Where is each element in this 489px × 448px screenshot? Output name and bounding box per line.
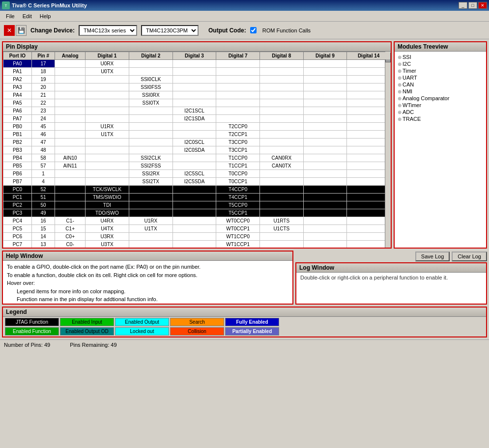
table-cell[interactable]: T0CCP1 — [216, 178, 260, 186]
table-cell[interactable] — [347, 201, 391, 209]
tree-item[interactable]: ⊕TRACE — [397, 115, 484, 122]
table-cell[interactable]: 49 — [31, 209, 55, 217]
table-cell[interactable]: PB0 — [3, 123, 32, 131]
table-cell[interactable] — [303, 217, 347, 225]
table-row[interactable]: PC151TMS/SWDIOT4CCP1 — [3, 194, 391, 201]
table-cell[interactable] — [303, 201, 347, 209]
table-cell[interactable] — [259, 241, 303, 248]
table-cell[interactable] — [85, 115, 129, 123]
table-cell[interactable]: 23 — [31, 107, 55, 115]
table-cell[interactable] — [259, 76, 303, 84]
table-row[interactable]: PC614C0+U3RXWT1CCP0 — [3, 233, 391, 241]
table-cell[interactable]: C0- — [55, 241, 85, 248]
toolbar-save-icon[interactable]: 💾 — [16, 25, 27, 36]
table-cell[interactable] — [259, 178, 303, 186]
table-cell[interactable] — [303, 68, 347, 76]
table-cell[interactable]: 58 — [31, 154, 55, 162]
table-cell[interactable]: T2CCP0 — [216, 123, 260, 131]
table-cell[interactable] — [129, 233, 173, 241]
table-cell[interactable] — [55, 139, 85, 146]
table-cell[interactable] — [55, 76, 85, 84]
table-cell[interactable] — [55, 146, 85, 154]
table-cell[interactable]: PB3 — [3, 146, 32, 154]
table-cell[interactable]: SSI2RX — [129, 170, 173, 178]
table-cell[interactable] — [216, 99, 260, 107]
table-cell[interactable] — [347, 186, 391, 194]
table-cell[interactable] — [129, 186, 173, 194]
rom-checkbox[interactable] — [250, 27, 257, 33]
table-cell[interactable]: 46 — [31, 131, 55, 139]
table-cell[interactable] — [259, 107, 303, 115]
table-row[interactable]: PA017U0RX — [3, 60, 391, 68]
table-cell[interactable]: PC4 — [3, 217, 32, 225]
table-row[interactable]: PB557AIN11SSI2FSST1CCP1CAN0TX — [3, 162, 391, 170]
table-cell[interactable]: 1 — [31, 170, 55, 178]
table-cell[interactable]: PB4 — [3, 154, 32, 162]
table-cell[interactable] — [173, 84, 216, 91]
table-cell[interactable] — [85, 76, 129, 84]
table-cell[interactable] — [129, 201, 173, 209]
table-cell[interactable]: U4RX — [85, 217, 129, 225]
table-cell[interactable]: I2C5SCL — [173, 170, 216, 178]
table-cell[interactable] — [259, 60, 303, 68]
table-cell[interactable]: T1CCP0 — [216, 154, 260, 162]
table-row[interactable]: PC250TDIT5CCP0 — [3, 201, 391, 209]
table-cell[interactable] — [347, 162, 391, 170]
table-cell[interactable]: SSI2FSS — [129, 162, 173, 170]
table-cell[interactable] — [55, 201, 85, 209]
tree-item[interactable]: ⊕ADC — [397, 109, 484, 115]
title-bar-controls[interactable]: _ □ ✕ — [459, 2, 487, 9]
table-cell[interactable]: 20 — [31, 84, 55, 91]
table-cell[interactable] — [259, 186, 303, 194]
table-cell[interactable]: 21 — [31, 91, 55, 99]
table-cell[interactable] — [55, 107, 85, 115]
table-cell[interactable]: PB2 — [3, 139, 32, 146]
table-cell[interactable]: AIN10 — [55, 154, 85, 162]
pin-table-container[interactable]: Port IO Pin # Analog Digital 1 Digital 2… — [3, 52, 391, 248]
table-cell[interactable] — [173, 91, 216, 99]
table-cell[interactable] — [173, 131, 216, 139]
table-row[interactable]: PA522SSI0TX — [3, 99, 391, 107]
table-row[interactable]: PA724I2C1SDA — [3, 115, 391, 123]
table-cell[interactable]: U1RX — [85, 123, 129, 131]
table-cell[interactable] — [85, 154, 129, 162]
table-cell[interactable] — [55, 115, 85, 123]
table-row[interactable]: PC349TDO/SWOT5CCP1 — [3, 209, 391, 217]
table-cell[interactable]: T5CCP1 — [216, 209, 260, 217]
table-cell[interactable]: PB7 — [3, 178, 32, 186]
table-row[interactable]: PB146U1TXT2CCP1 — [3, 131, 391, 139]
table-cell[interactable]: T5CCP0 — [216, 201, 260, 209]
table-row[interactable]: PA623I2C1SCL — [3, 107, 391, 115]
tree-item[interactable]: ⊕UART — [397, 74, 484, 81]
table-cell[interactable] — [259, 123, 303, 131]
table-cell[interactable] — [259, 99, 303, 107]
table-cell[interactable]: U1TX — [85, 131, 129, 139]
table-cell[interactable] — [129, 115, 173, 123]
table-cell[interactable] — [55, 91, 85, 99]
table-row[interactable]: PB247I2C0SCLT3CCP0 — [3, 139, 391, 146]
table-row[interactable]: PB348I2C0SDAT3CCP1 — [3, 146, 391, 154]
table-cell[interactable] — [173, 76, 216, 84]
table-cell[interactable]: PC0 — [3, 186, 32, 194]
table-cell[interactable] — [216, 91, 260, 99]
table-cell[interactable] — [259, 233, 303, 241]
table-cell[interactable] — [303, 170, 347, 178]
table-cell[interactable] — [347, 60, 391, 68]
table-cell[interactable] — [259, 115, 303, 123]
table-cell[interactable]: PC5 — [3, 225, 32, 233]
table-cell[interactable] — [55, 209, 85, 217]
table-cell[interactable]: PC3 — [3, 209, 32, 217]
table-cell[interactable]: PA6 — [3, 107, 32, 115]
table-cell[interactable] — [347, 209, 391, 217]
table-cell[interactable]: C1+ — [55, 225, 85, 233]
table-cell[interactable]: 47 — [31, 139, 55, 146]
table-cell[interactable]: AIN11 — [55, 162, 85, 170]
table-cell[interactable] — [347, 178, 391, 186]
table-cell[interactable] — [259, 209, 303, 217]
table-cell[interactable]: SSI0CLK — [129, 76, 173, 84]
table-cell[interactable] — [173, 162, 216, 170]
table-cell[interactable]: PA2 — [3, 76, 32, 84]
table-cell[interactable]: PC6 — [3, 233, 32, 241]
table-cell[interactable]: U4TX — [85, 225, 129, 233]
table-cell[interactable] — [216, 107, 260, 115]
